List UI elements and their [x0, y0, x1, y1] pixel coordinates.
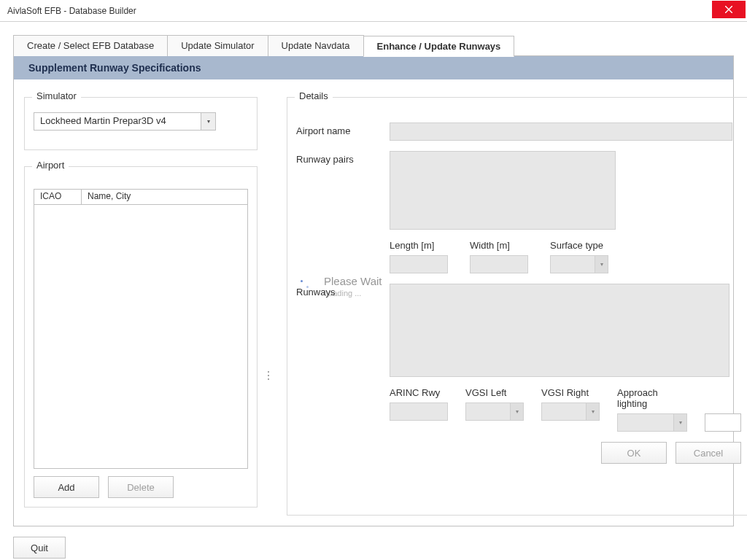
chevron-down-icon: ▾	[201, 113, 215, 130]
details-legend: Details	[295, 90, 333, 101]
airport-delete-button[interactable]: Delete	[108, 476, 174, 498]
runways-label: Runways	[296, 284, 384, 298]
extra-field[interactable]	[705, 413, 741, 432]
chevron-down-icon: ▾	[586, 403, 599, 420]
vgsi-left-label: VGSI Left	[465, 387, 524, 398]
chevron-down-icon: ▾	[673, 414, 686, 431]
tab-update-simulator[interactable]: Update Simulator	[167, 35, 268, 56]
quit-button[interactable]: Quit	[13, 537, 66, 559]
length-label: Length [m]	[390, 240, 448, 251]
simulator-group: Simulator Lockheed Martin Prepar3D v4 ▾	[24, 97, 258, 150]
tab-update-navdata[interactable]: Update Navdata	[268, 35, 364, 56]
airport-col-icao: ICAO	[34, 190, 82, 204]
airport-table-body[interactable]	[34, 205, 248, 469]
surface-label: Surface type	[550, 240, 608, 251]
airport-add-button[interactable]: Add	[34, 476, 99, 498]
window-title: AivlaSoft EFB - Database Builder	[7, 6, 136, 16]
window-close-button[interactable]	[712, 1, 746, 18]
cancel-button[interactable]: Cancel	[676, 442, 741, 464]
approach-lighting-label: Approach lighting	[617, 387, 687, 409]
details-group: Details Airport name Runway pairs Length…	[287, 97, 747, 516]
vgsi-left-select[interactable]: ▾	[465, 402, 524, 421]
width-field	[470, 255, 528, 273]
airport-name-field	[390, 122, 732, 141]
vgsi-right-label: VGSI Right	[541, 387, 600, 398]
width-label: Width [m]	[470, 240, 528, 251]
airport-group: Airport ICAO Name, City Add Delete	[24, 166, 258, 508]
title-bar: AivlaSoft EFB - Database Builder	[0, 0, 747, 22]
splitter-grip[interactable]	[268, 371, 269, 380]
tab-enhance-runways[interactable]: Enhance / Update Runways	[363, 36, 515, 57]
vgsi-right-select[interactable]: ▾	[541, 402, 600, 421]
airport-legend: Airport	[32, 160, 69, 171]
tab-strip: Create / Select EFB Database Update Simu…	[13, 35, 734, 56]
runway-pairs-label: Runway pairs	[296, 151, 384, 165]
airport-name-label: Airport name	[296, 122, 384, 136]
tab-create-database[interactable]: Create / Select EFB Database	[13, 35, 168, 56]
surface-type-select[interactable]: ▾	[550, 255, 608, 273]
airport-col-name: Name, City	[82, 190, 247, 204]
runway-pairs-list[interactable]	[390, 151, 616, 230]
approach-lighting-select[interactable]: ▾	[617, 413, 687, 432]
ok-button[interactable]: OK	[601, 442, 667, 464]
chevron-down-icon: ▾	[595, 256, 608, 273]
simulator-selected-value: Lockheed Martin Prepar3D v4	[34, 113, 201, 130]
arinc-label: ARINC Rwy	[390, 387, 448, 398]
length-field	[390, 255, 448, 273]
airport-table-header: ICAO Name, City	[34, 189, 248, 205]
panel-header: Supplement Runway Specifications	[14, 56, 733, 79]
main-panel: Supplement Runway Specifications Simulat…	[13, 55, 734, 526]
simulator-select[interactable]: Lockheed Martin Prepar3D v4 ▾	[34, 112, 216, 131]
runways-list[interactable]	[390, 284, 729, 377]
arinc-field	[390, 402, 448, 421]
simulator-legend: Simulator	[32, 90, 81, 101]
close-icon	[725, 6, 732, 13]
chevron-down-icon: ▾	[510, 403, 523, 420]
